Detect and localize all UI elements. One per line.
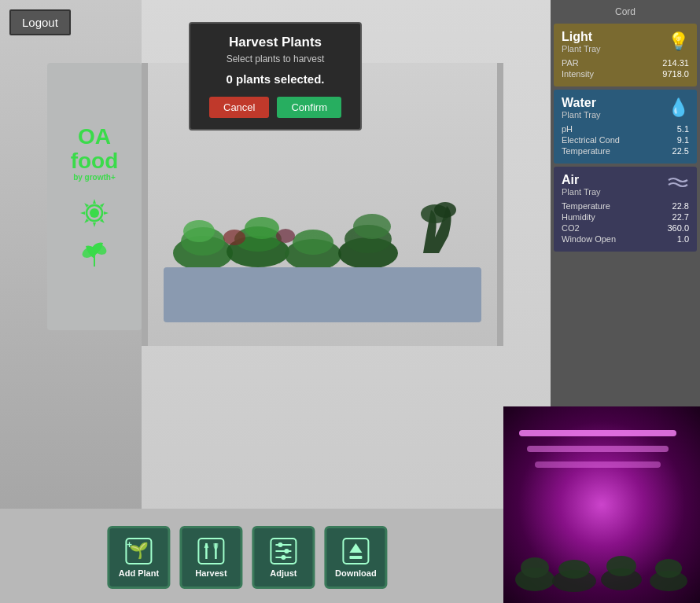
- air-sensor-card: Air Plant Tray Temperature 22.8 Humidity…: [554, 167, 697, 252]
- air-icon: [667, 174, 689, 196]
- light-sensor-subtitle: Plant Tray: [562, 44, 601, 53]
- svg-rect-23: [198, 539, 223, 564]
- air-sensor-header: Air Plant Tray: [562, 173, 689, 197]
- logout-button[interactable]: Logout: [9, 9, 71, 35]
- water-sensor-card: Water Plant Tray 💧 pH 5.1 Electrical Con…: [554, 90, 697, 164]
- svg-point-45: [655, 559, 682, 578]
- harvest-icon: [197, 537, 225, 565]
- plants-svg: [156, 167, 494, 277]
- window-label: Window Open: [562, 234, 616, 244]
- harvest-modal-title: Harvest Plants: [203, 35, 348, 50]
- adjust-label: Adjust: [270, 568, 297, 578]
- svg-rect-37: [349, 556, 362, 559]
- svg-marker-36: [349, 543, 362, 553]
- svg-point-41: [558, 560, 590, 579]
- humidity-row: Humidity 22.7: [562, 212, 689, 222]
- air-temp-label: Temperature: [562, 201, 610, 211]
- plant-tray: [164, 267, 481, 322]
- air-sensor-subtitle: Plant Tray: [562, 187, 601, 197]
- 3d-scene: Logout OA food by growth+: [0, 0, 551, 603]
- svg-point-34: [281, 555, 286, 560]
- light-par-row: PAR 214.31: [562, 58, 689, 68]
- water-temp-row: Temperature 22.5: [562, 146, 689, 156]
- water-temp-label: Temperature: [562, 146, 610, 156]
- svg-point-16: [223, 230, 245, 245]
- svg-text:+: +: [127, 539, 132, 550]
- humidity-label: Humidity: [562, 212, 595, 222]
- svg-point-43: [606, 556, 636, 576]
- harvest-modal-subtitle: Select plants to harvest: [203, 53, 348, 64]
- svg-point-32: [278, 542, 282, 547]
- modal-buttons: Cancel Confirm: [203, 97, 348, 118]
- humidity-value: 22.7: [672, 212, 689, 222]
- ec-value: 9.1: [677, 135, 689, 145]
- par-value: 214.31: [662, 58, 689, 68]
- co2-row: CO2 360.0: [562, 223, 689, 233]
- download-button[interactable]: Download: [324, 526, 387, 589]
- svg-point-10: [245, 217, 279, 239]
- ec-row: Electrical Cond 9.1: [562, 135, 689, 145]
- ph-label: pH: [562, 124, 573, 134]
- light-intensity-row: Intensity 9718.0: [562, 69, 689, 79]
- add-plant-icon: 🌱 +: [124, 537, 153, 565]
- left-panel: OA food by growth+: [47, 63, 142, 330]
- camera-feed: [503, 406, 700, 603]
- light-bar-2: [527, 446, 669, 452]
- light-sensor-card: Light Plant Tray 💡 PAR 214.31 Intensity …: [554, 24, 697, 86]
- download-icon: [341, 537, 370, 565]
- harvest-button[interactable]: Harvest: [179, 526, 242, 589]
- download-label: Download: [335, 568, 377, 578]
- add-plant-button[interactable]: 🌱 + Add Plant: [107, 526, 170, 589]
- ph-value: 5.1: [677, 124, 689, 134]
- svg-point-7: [183, 220, 215, 242]
- logo-line1: OA: [71, 125, 119, 149]
- light-bar-1: [519, 430, 676, 436]
- cord-label: Cord: [551, 3, 700, 20]
- logo-line3: by growth+: [71, 173, 119, 182]
- adjust-icon: [269, 537, 297, 565]
- bottom-toolbar: 🌱 + Add Plant Harvest: [107, 526, 387, 589]
- confirm-button[interactable]: Confirm: [277, 97, 341, 118]
- svg-point-19: [434, 202, 456, 218]
- window-value: 1.0: [677, 234, 689, 244]
- air-temp-value: 22.8: [672, 201, 689, 211]
- water-sensor-title: Water: [562, 96, 601, 110]
- water-sensor-header: Water Plant Tray 💧: [562, 96, 689, 119]
- air-sensor-title: Air: [562, 173, 601, 187]
- intensity-value: 9718.0: [662, 69, 689, 79]
- adjust-button[interactable]: Adjust: [252, 526, 315, 589]
- light-sensor-title: Light: [562, 30, 601, 44]
- harvest-modal: Harvest Plants Select plants to harvest …: [189, 22, 362, 131]
- svg-point-12: [293, 230, 333, 255]
- light-sensor-header: Light Plant Tray 💡: [562, 30, 689, 53]
- window-row: Window Open 1.0: [562, 234, 689, 244]
- svg-point-0: [90, 208, 99, 218]
- water-temp-value: 22.5: [672, 146, 689, 156]
- plant-icon: [81, 237, 108, 268]
- harvest-label: Harvest: [195, 568, 227, 578]
- add-plant-label: Add Plant: [119, 568, 159, 578]
- ph-row: pH 5.1: [562, 124, 689, 134]
- ec-label: Electrical Cond: [562, 135, 620, 145]
- water-sensor-subtitle: Plant Tray: [562, 110, 601, 119]
- water-icon: 💧: [668, 97, 689, 118]
- light-icon: 💡: [668, 31, 689, 52]
- par-label: PAR: [562, 58, 579, 68]
- light-bar-3: [535, 461, 661, 468]
- svg-point-33: [284, 549, 289, 553]
- cancel-button[interactable]: Cancel: [209, 97, 269, 118]
- oa-logo: OA food by growth+: [71, 125, 119, 182]
- camera-plants-svg: [511, 517, 692, 595]
- camera-inner: [503, 406, 700, 603]
- air-temp-row: Temperature 22.8: [562, 201, 689, 211]
- svg-point-15: [353, 214, 391, 239]
- svg-point-17: [276, 229, 295, 243]
- svg-point-39: [521, 557, 549, 578]
- co2-label: CO2: [562, 223, 580, 233]
- co2-value: 360.0: [667, 223, 689, 233]
- intensity-label: Intensity: [562, 69, 594, 79]
- harvest-modal-count: 0 plants selected.: [203, 72, 348, 86]
- gear-icon: [79, 197, 110, 229]
- logo-line2: food: [71, 149, 119, 174]
